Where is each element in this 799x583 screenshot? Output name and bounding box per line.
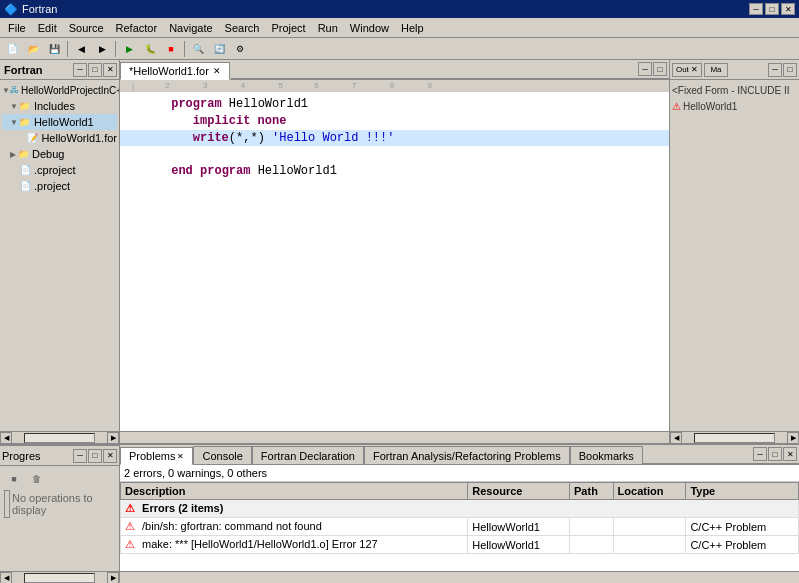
editor-scrollbar[interactable] (120, 431, 669, 443)
left-scroll-left[interactable]: ◀ (0, 432, 12, 444)
menu-help[interactable]: Help (395, 20, 430, 36)
tab-bookmarks[interactable]: Bookmarks (570, 446, 643, 464)
menu-source[interactable]: Source (63, 20, 110, 36)
col-resource[interactable]: Resource (468, 483, 570, 500)
editor-tab-helloworld1[interactable]: *HelloWorld1.for ✕ (120, 62, 230, 80)
problems-tab-bar: Problems ✕ Console Fortran Declaration F… (120, 445, 799, 465)
tree-item-includes[interactable]: ▼ 📁 Includes (2, 98, 117, 114)
toolbar-refresh[interactable]: 🔄 (209, 40, 229, 58)
editor-controls: ─ □ (636, 60, 669, 79)
toolbar-fwd[interactable]: ▶ (92, 40, 112, 58)
progress-min[interactable]: ─ (73, 449, 87, 463)
progress-scroll-right[interactable]: ▶ (107, 572, 119, 584)
tab-fortran-declaration-label: Fortran Declaration (261, 450, 355, 462)
toolbar-run[interactable]: ▶ (119, 40, 139, 58)
progress-content: ■ 🗑 No operations to display (0, 466, 119, 571)
tab-problems-close[interactable]: ✕ (177, 452, 184, 461)
problems-max[interactable]: □ (768, 447, 782, 461)
project-label: HelloWorldProjectInC+ (21, 85, 119, 96)
problems-bottom-scrollbar[interactable] (120, 571, 799, 583)
progress-stop-btn[interactable]: ■ (4, 470, 24, 488)
editor-min[interactable]: ─ (638, 62, 652, 76)
minimize-button[interactable]: ─ (749, 3, 763, 15)
right-tab-ma[interactable]: Ma (704, 63, 728, 77)
right-panel-max[interactable]: □ (783, 63, 797, 77)
menu-window[interactable]: Window (344, 20, 395, 36)
problems-min[interactable]: ─ (753, 447, 767, 461)
includes-expand-icon: ▼ (10, 102, 18, 111)
progress-close[interactable]: ✕ (103, 449, 117, 463)
tab-fortran-analysis[interactable]: Fortran Analysis/Refactoring Problems (364, 446, 570, 464)
left-panel-close[interactable]: ✕ (103, 63, 117, 77)
left-panel-max[interactable]: □ (88, 63, 102, 77)
problems-scroll[interactable]: Description Resource Path Location Type … (120, 482, 799, 571)
left-panel-scrollbar[interactable]: ◀ ▶ (0, 431, 119, 443)
progress-panel-title: Progres (2, 450, 41, 462)
problems-close[interactable]: ✕ (783, 447, 797, 461)
tree-item-helloworld1[interactable]: ▼ 📁 HelloWorld1 (2, 114, 117, 130)
right-item-helloworld1[interactable]: ⚠ HelloWorld1 (672, 98, 797, 114)
col-type[interactable]: Type (686, 483, 799, 500)
menu-search[interactable]: Search (219, 20, 266, 36)
debug-label: Debug (32, 148, 64, 160)
menu-project[interactable]: Project (265, 20, 311, 36)
right-scroll-track[interactable] (694, 433, 775, 443)
error-row-2[interactable]: ⚠ make: *** [HelloWorld1/HelloWorld1.o] … (121, 536, 799, 554)
right-scroll-right[interactable]: ▶ (787, 432, 799, 444)
menu-run[interactable]: Run (312, 20, 344, 36)
right-panel: Out ✕ Ma ─ □ <Fixed Form - INCLUDE II ⚠ … (669, 60, 799, 443)
project-file-icon: 📄 (18, 179, 32, 193)
editor-tab-close[interactable]: ✕ (213, 66, 221, 76)
close-button[interactable]: ✕ (781, 3, 795, 15)
toolbar-debug[interactable]: 🐛 (140, 40, 160, 58)
toolbar-stop[interactable]: ■ (161, 40, 181, 58)
col-description[interactable]: Description (121, 483, 468, 500)
toolbar-back[interactable]: ◀ (71, 40, 91, 58)
includes-label: Includes (34, 100, 75, 112)
menu-file[interactable]: File (2, 20, 32, 36)
helloworld1-expand-icon: ▼ (10, 118, 18, 127)
tree-item-cproject[interactable]: 📄 .cproject (2, 162, 117, 178)
right-panel-scrollbar[interactable]: ◀ ▶ (670, 431, 799, 443)
helloworld1-for-icon: 📝 (26, 131, 40, 145)
menu-edit[interactable]: Edit (32, 20, 63, 36)
cproject-icon: 📄 (18, 163, 32, 177)
tree-item-helloworld1-for[interactable]: 📝 HelloWorld1.for (2, 130, 117, 146)
progress-scrollbar[interactable]: ◀ ▶ (0, 571, 119, 583)
error-row-1[interactable]: ⚠ /bin/sh: gfortran: command not found H… (121, 518, 799, 536)
toolbar-settings[interactable]: ⚙ (230, 40, 250, 58)
left-panel-min[interactable]: ─ (73, 63, 87, 77)
menu-navigate[interactable]: Navigate (163, 20, 218, 36)
editor-content[interactable]: program HelloWorld1 implicit none write(… (120, 92, 669, 431)
col-location[interactable]: Location (613, 483, 686, 500)
tab-fortran-declaration[interactable]: Fortran Declaration (252, 446, 364, 464)
tree-item-project[interactable]: ▼ 🖧 HelloWorldProjectInC+ (2, 82, 117, 98)
tree-item-project-file[interactable]: 📄 .project (2, 178, 117, 194)
right-scroll-left[interactable]: ◀ (670, 432, 682, 444)
toolbar-search[interactable]: 🔍 (188, 40, 208, 58)
toolbar-open[interactable]: 📂 (23, 40, 43, 58)
error-2-type: C/C++ Problem (686, 536, 799, 554)
right-tab-out[interactable]: Out ✕ (672, 63, 702, 77)
tab-console[interactable]: Console (193, 446, 251, 464)
code-line-4: end program HelloWorld1 (128, 164, 337, 178)
left-scroll-track[interactable] (24, 433, 95, 443)
tree-item-debug[interactable]: ▶ 📁 Debug (2, 146, 117, 162)
tab-problems[interactable]: Problems ✕ (120, 447, 193, 465)
error-1-resource: HellowWorld1 (468, 518, 570, 536)
col-path[interactable]: Path (570, 483, 614, 500)
left-scroll-right[interactable]: ▶ (107, 432, 119, 444)
progress-max[interactable]: □ (88, 449, 102, 463)
project-tree: ▼ 🖧 HelloWorldProjectInC+ ▼ 📁 Includes ▼… (0, 80, 119, 431)
editor-max[interactable]: □ (653, 62, 667, 76)
error-1-type: C/C++ Problem (686, 518, 799, 536)
problems-area: Problems ✕ Console Fortran Declaration F… (120, 445, 799, 583)
progress-scroll-left[interactable]: ◀ (0, 572, 12, 584)
maximize-button[interactable]: □ (765, 3, 779, 15)
progress-clear-btn[interactable]: 🗑 (26, 470, 46, 488)
right-panel-min[interactable]: ─ (768, 63, 782, 77)
toolbar-save[interactable]: 💾 (44, 40, 64, 58)
menu-refactor[interactable]: Refactor (110, 20, 164, 36)
progress-scroll-track[interactable] (24, 573, 95, 583)
toolbar-new[interactable]: 📄 (2, 40, 22, 58)
